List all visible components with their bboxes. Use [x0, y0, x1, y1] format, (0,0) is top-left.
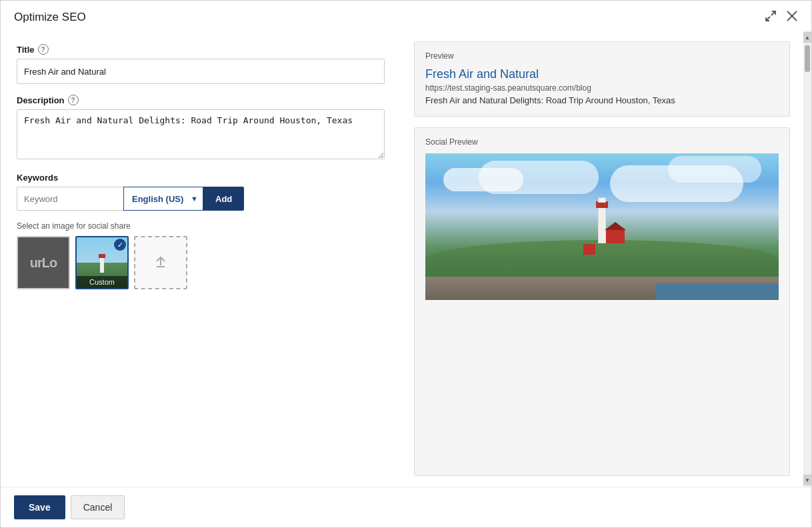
left-panel: Title ? Description ? Fresh Air and Natu…: [1, 31, 401, 487]
dialog-footer: Save Cancel: [1, 487, 811, 527]
preview-box: Preview Fresh Air and Natural https://te…: [414, 41, 790, 117]
custom-thumbnail[interactable]: ✓ Custom: [75, 236, 129, 289]
scrollbar-track[interactable]: ▲ ▼: [803, 31, 811, 487]
add-keyword-button[interactable]: Add: [203, 187, 244, 211]
main-content: Title ? Description ? Fresh Air and Natu…: [1, 31, 811, 487]
right-panel: Preview Fresh Air and Natural https://te…: [401, 31, 803, 487]
title-help-icon[interactable]: ?: [38, 44, 49, 55]
header-icons: [765, 10, 798, 24]
image-thumbnails: urLo ✓ Custom: [17, 236, 385, 289]
upload-icon: [151, 252, 170, 274]
social-preview-label: Social Preview: [425, 137, 779, 147]
description-label: Description ?: [17, 95, 385, 105]
title-field: Title ?: [17, 44, 385, 84]
checkmark-icon: ✓: [114, 239, 126, 251]
upload-thumbnail[interactable]: [134, 236, 187, 289]
optimize-seo-dialog: Optimize SEO: [0, 0, 812, 528]
dialog-header: Optimize SEO: [1, 1, 811, 31]
preview-title-link[interactable]: Fresh Air and Natural: [425, 67, 779, 81]
custom-label: Custom: [77, 276, 127, 288]
title-input[interactable]: [17, 59, 385, 84]
scrollbar-thumb[interactable]: [805, 45, 810, 72]
keywords-row: English (US) Spanish French ▼ Add: [17, 187, 385, 211]
save-button[interactable]: Save: [14, 495, 65, 519]
preview-url: https://test.staging-sas.peanutsquare.co…: [425, 83, 779, 93]
language-select[interactable]: English (US) Spanish French: [123, 187, 203, 211]
keywords-field: Keywords English (US) Spanish French ▼ A…: [17, 173, 385, 211]
preview-label: Preview: [425, 51, 779, 61]
scrollbar-up-arrow[interactable]: ▲: [803, 32, 811, 43]
expand-icon[interactable]: [765, 10, 777, 24]
description-textarea[interactable]: Fresh Air and Natural Delights: Road Tri…: [17, 109, 385, 159]
cancel-button[interactable]: Cancel: [71, 495, 125, 519]
close-icon[interactable]: [786, 10, 798, 24]
scrollbar-down-arrow[interactable]: ▼: [803, 475, 811, 485]
dialog-title: Optimize SEO: [14, 11, 86, 24]
description-field: Description ? Fresh Air and Natural Deli…: [17, 95, 385, 162]
social-share-label: Select an image for social share: [17, 221, 385, 231]
preview-description: Fresh Air and Natural Delights: Road Tri…: [425, 95, 779, 105]
logo-thumbnail[interactable]: urLo: [17, 236, 70, 289]
keywords-label: Keywords: [17, 173, 385, 183]
language-select-wrapper: English (US) Spanish French ▼: [123, 187, 203, 211]
social-preview-box: Social Preview: [414, 127, 790, 476]
social-share-section: Select an image for social share urLo: [17, 221, 385, 289]
keyword-input[interactable]: [17, 187, 123, 211]
title-label: Title ?: [17, 44, 385, 55]
social-preview-image: [425, 153, 779, 300]
logo-image: urLo: [18, 237, 69, 288]
description-help-icon[interactable]: ?: [68, 95, 79, 105]
